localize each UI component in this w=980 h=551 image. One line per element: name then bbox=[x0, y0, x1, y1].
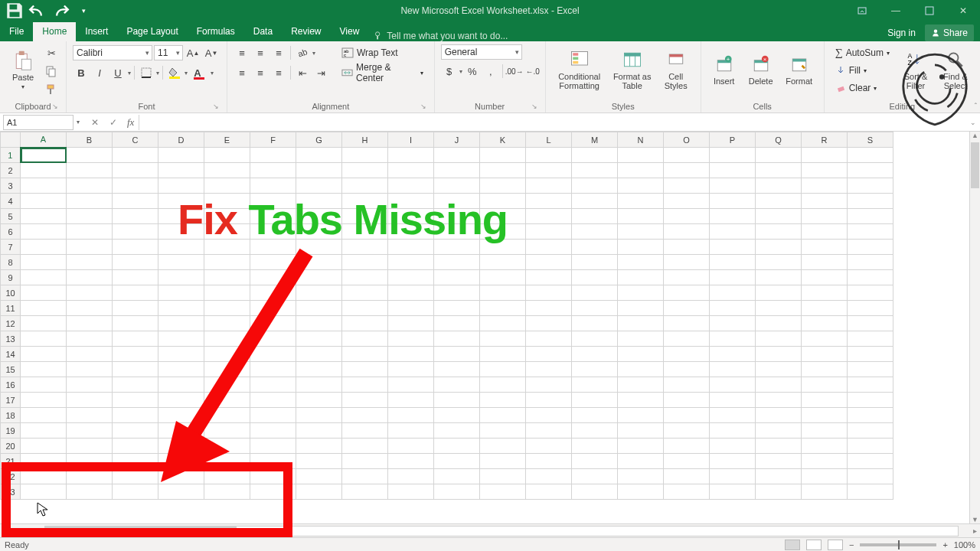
cell[interactable] bbox=[67, 209, 113, 224]
cell[interactable] bbox=[618, 347, 664, 362]
cell[interactable] bbox=[710, 484, 756, 500]
cell[interactable] bbox=[848, 347, 893, 362]
cell[interactable] bbox=[388, 347, 434, 362]
cell[interactable] bbox=[526, 301, 572, 316]
cell[interactable] bbox=[296, 148, 342, 163]
cell[interactable] bbox=[526, 209, 572, 224]
cell[interactable] bbox=[113, 301, 158, 316]
cell[interactable] bbox=[21, 454, 67, 469]
cell[interactable] bbox=[480, 163, 526, 178]
cell[interactable] bbox=[67, 423, 113, 439]
cell[interactable] bbox=[21, 163, 67, 178]
cell[interactable] bbox=[434, 423, 480, 439]
cell[interactable] bbox=[434, 316, 480, 331]
row-header[interactable]: 13 bbox=[1, 331, 21, 347]
cell[interactable] bbox=[848, 423, 893, 439]
horizontal-scrollbar[interactable] bbox=[44, 526, 959, 536]
cell[interactable] bbox=[158, 469, 204, 484]
sign-in-button[interactable]: Sign in bbox=[881, 24, 922, 41]
cell[interactable] bbox=[664, 484, 710, 500]
cell[interactable] bbox=[756, 209, 802, 224]
cell[interactable] bbox=[342, 362, 388, 377]
cell[interactable] bbox=[526, 469, 572, 484]
save-icon[interactable] bbox=[5, 2, 24, 19]
number-format-combo[interactable]: General bbox=[441, 44, 522, 60]
scroll-left-icon[interactable]: ◂ bbox=[0, 527, 11, 535]
cell[interactable] bbox=[710, 255, 756, 270]
tab-file[interactable]: File bbox=[0, 22, 33, 41]
cell[interactable] bbox=[618, 454, 664, 469]
cell[interactable] bbox=[572, 393, 618, 408]
cell[interactable] bbox=[618, 148, 664, 163]
cell[interactable] bbox=[434, 484, 480, 500]
cell[interactable] bbox=[67, 469, 113, 484]
cell[interactable] bbox=[434, 469, 480, 484]
cell[interactable] bbox=[113, 194, 158, 209]
align-center-icon[interactable]: ≡ bbox=[252, 64, 269, 81]
zoom-slider[interactable] bbox=[860, 543, 936, 546]
cell[interactable] bbox=[388, 270, 434, 285]
cell[interactable] bbox=[21, 469, 67, 484]
cell[interactable] bbox=[572, 194, 618, 209]
cell[interactable] bbox=[802, 454, 848, 469]
cell[interactable] bbox=[572, 240, 618, 255]
cell[interactable] bbox=[158, 255, 204, 270]
cell[interactable] bbox=[388, 148, 434, 163]
cell[interactable] bbox=[480, 439, 526, 454]
cell[interactable] bbox=[204, 423, 250, 439]
cell[interactable] bbox=[526, 163, 572, 178]
cell[interactable] bbox=[296, 163, 342, 178]
cut-icon[interactable]: ✂ bbox=[43, 44, 60, 61]
cell[interactable] bbox=[250, 469, 296, 484]
cell[interactable] bbox=[848, 316, 893, 331]
cell[interactable] bbox=[113, 255, 158, 270]
align-left-icon[interactable]: ≡ bbox=[234, 64, 250, 81]
cell[interactable] bbox=[572, 347, 618, 362]
row-header[interactable]: 1 bbox=[1, 148, 21, 163]
cell[interactable] bbox=[388, 393, 434, 408]
cell[interactable] bbox=[664, 362, 710, 377]
row-header[interactable]: 3 bbox=[1, 178, 21, 194]
cell[interactable] bbox=[21, 240, 67, 255]
cancel-formula-icon[interactable]: ✕ bbox=[86, 115, 104, 130]
vertical-scrollbar[interactable]: ▲ ▼ bbox=[969, 132, 980, 523]
cell[interactable] bbox=[710, 331, 756, 347]
cell[interactable] bbox=[664, 454, 710, 469]
cell[interactable] bbox=[480, 301, 526, 316]
zoom-level[interactable]: 100% bbox=[954, 540, 975, 549]
cell[interactable] bbox=[113, 148, 158, 163]
cell[interactable] bbox=[296, 331, 342, 347]
cell[interactable] bbox=[526, 285, 572, 301]
cell[interactable] bbox=[480, 362, 526, 377]
cell[interactable] bbox=[664, 194, 710, 209]
cell[interactable] bbox=[480, 255, 526, 270]
undo-icon[interactable] bbox=[28, 2, 47, 19]
cell[interactable] bbox=[204, 484, 250, 500]
cell[interactable] bbox=[67, 163, 113, 178]
cell[interactable] bbox=[756, 148, 802, 163]
cell[interactable] bbox=[664, 469, 710, 484]
cell[interactable] bbox=[480, 408, 526, 423]
dialog-launcher-icon[interactable]: ↘ bbox=[213, 103, 219, 110]
row-header[interactable]: 12 bbox=[1, 316, 21, 331]
cell[interactable] bbox=[802, 209, 848, 224]
cell[interactable] bbox=[848, 224, 893, 240]
font-size-combo[interactable]: 11 bbox=[154, 45, 183, 60]
cell[interactable] bbox=[296, 178, 342, 194]
enter-formula-icon[interactable]: ✓ bbox=[104, 115, 122, 130]
cell[interactable] bbox=[802, 377, 848, 393]
cell[interactable] bbox=[710, 178, 756, 194]
cell[interactable] bbox=[342, 408, 388, 423]
insert-cells-button[interactable]: +Insert bbox=[707, 44, 741, 95]
cell[interactable] bbox=[21, 393, 67, 408]
cell[interactable] bbox=[21, 423, 67, 439]
decrease-indent-icon[interactable]: ⇤ bbox=[294, 64, 311, 81]
spreadsheet-grid[interactable]: ABCDEFGHIJKLMNOPQRS123456789101112131415… bbox=[0, 132, 969, 523]
column-header[interactable]: J bbox=[434, 132, 480, 148]
cell[interactable] bbox=[618, 393, 664, 408]
cell[interactable] bbox=[250, 439, 296, 454]
cell[interactable] bbox=[388, 408, 434, 423]
underline-button[interactable]: U bbox=[109, 64, 126, 81]
cell[interactable] bbox=[802, 347, 848, 362]
cell[interactable] bbox=[158, 484, 204, 500]
